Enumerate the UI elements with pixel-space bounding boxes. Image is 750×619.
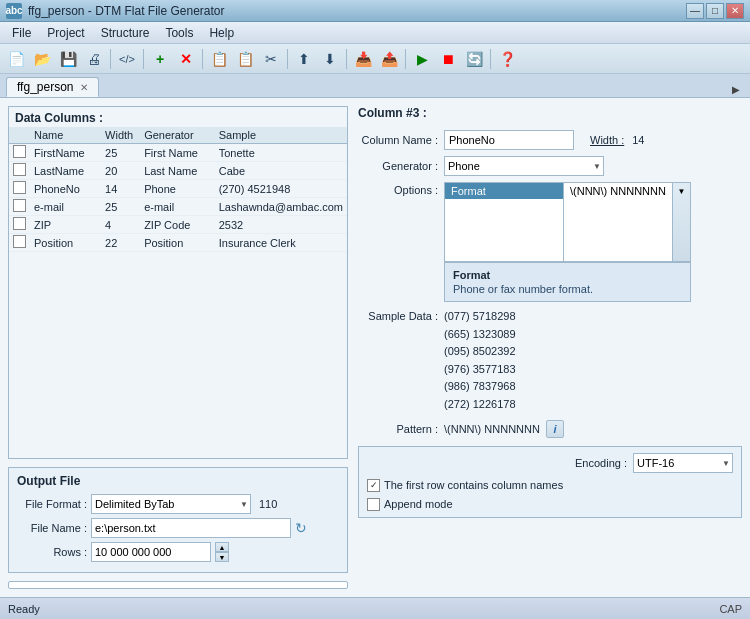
data-columns-section: Data Columns : Name Width Generator Samp…	[8, 106, 348, 459]
refresh-icon[interactable]: ↻	[295, 520, 307, 536]
info-button[interactable]: i	[546, 420, 564, 438]
table-row[interactable]: FirstName 25 First Name Tonette	[9, 144, 347, 162]
rows-spinner: ▲ ▼	[215, 542, 229, 562]
options-dropdown-button[interactable]: ▼	[673, 182, 691, 262]
tab-close-icon[interactable]: ✕	[80, 82, 88, 93]
sep6	[405, 49, 406, 69]
generator-select[interactable]: Phone	[444, 156, 604, 176]
column-name-input[interactable]	[444, 130, 574, 150]
app-icon: abc	[6, 3, 22, 19]
row-checkbox[interactable]	[13, 181, 26, 194]
copy-button[interactable]: 📋	[207, 47, 231, 71]
row-name: PhoneNo	[30, 180, 101, 198]
tab-scroll-right[interactable]: ▶	[728, 82, 744, 97]
data-table: Name Width Generator Sample FirstName 25…	[9, 127, 347, 252]
col-header-generator: Generator	[140, 127, 215, 144]
row-checkbox[interactable]	[13, 217, 26, 230]
sep1	[110, 49, 111, 69]
menu-tools[interactable]: Tools	[157, 24, 201, 42]
row-checkbox[interactable]	[13, 199, 26, 212]
row-checkbox[interactable]	[13, 163, 26, 176]
sep5	[346, 49, 347, 69]
minimize-button[interactable]: —	[686, 3, 704, 19]
cap-label: CAP	[719, 603, 742, 615]
table-row[interactable]: Position 22 Position Insurance Clerk	[9, 234, 347, 252]
row-generator: ZIP Code	[140, 216, 215, 234]
table-row[interactable]: e-mail 25 e-mail Lashawnda@ambac.com	[9, 198, 347, 216]
checkbox1[interactable]	[367, 479, 380, 492]
column-section-title: Column #3 :	[358, 106, 742, 124]
sample-value-item: (077) 5718298	[444, 308, 516, 326]
cut-button[interactable]: ✂	[259, 47, 283, 71]
sample-value-item: (095) 8502392	[444, 343, 516, 361]
col-header-width: Width	[101, 127, 140, 144]
col-header-name: Name	[30, 127, 101, 144]
new-button[interactable]: 📄	[4, 47, 28, 71]
options-item-format[interactable]: Format	[445, 183, 563, 199]
import-button[interactable]: 📥	[351, 47, 375, 71]
table-row[interactable]: LastName 20 Last Name Cabe	[9, 162, 347, 180]
file-format-select[interactable]: Delimited ByTab Fixed Width CSV	[91, 494, 251, 514]
row-name: LastName	[30, 162, 101, 180]
row-sample: Cabe	[215, 162, 347, 180]
col-header-sample: Sample	[215, 127, 347, 144]
stop-button[interactable]: ⏹	[436, 47, 460, 71]
row-checkbox-cell	[9, 234, 30, 252]
row-width: 25	[101, 144, 140, 162]
remove-button[interactable]: ✕	[174, 47, 198, 71]
encoding-select[interactable]: UTF-16 UTF-8 ASCII	[633, 453, 733, 473]
sample-data-row: Sample Data : (077) 5718298(665) 1323089…	[358, 308, 742, 414]
menu-bar: File Project Structure Tools Help	[0, 22, 750, 44]
table-row[interactable]: ZIP 4 ZIP Code 2532	[9, 216, 347, 234]
row-checkbox[interactable]	[13, 235, 26, 248]
column-name-label: Column Name :	[358, 134, 438, 146]
menu-help[interactable]: Help	[201, 24, 242, 42]
menu-structure[interactable]: Structure	[93, 24, 158, 42]
down-button[interactable]: ⬇	[318, 47, 342, 71]
tooltip-title: Format	[453, 269, 682, 281]
rows-row: Rows : ▲ ▼	[17, 542, 339, 562]
output-file-section: Output File File Format : Delimited ByTa…	[8, 467, 348, 573]
export-button[interactable]: 📤	[377, 47, 401, 71]
row-sample: Lashawnda@ambac.com	[215, 198, 347, 216]
checkbox2[interactable]	[367, 498, 380, 511]
output-file-title: Output File	[17, 474, 339, 488]
maximize-button[interactable]: □	[706, 3, 724, 19]
paste-button[interactable]: 📋	[233, 47, 257, 71]
generator-select-wrapper: Phone	[444, 156, 604, 176]
rows-spin-up[interactable]: ▲	[215, 542, 229, 552]
code-button[interactable]: </>	[115, 47, 139, 71]
generator-row: Generator : Phone	[358, 156, 742, 176]
col-header-check	[9, 127, 30, 144]
title-bar: abc ffg_person - DTM Flat File Generator…	[0, 0, 750, 22]
rows-spin-down[interactable]: ▼	[215, 552, 229, 562]
menu-file[interactable]: File	[4, 24, 39, 42]
row-checkbox-cell	[9, 144, 30, 162]
menu-project[interactable]: Project	[39, 24, 92, 42]
add-button[interactable]: +	[148, 47, 172, 71]
file-name-input[interactable]	[91, 518, 291, 538]
save-button[interactable]: 💾	[56, 47, 80, 71]
row-name: ZIP	[30, 216, 101, 234]
close-button[interactable]: ✕	[726, 3, 744, 19]
row-checkbox-cell	[9, 198, 30, 216]
checkbox1-label: The first row contains column names	[384, 479, 563, 491]
encoding-row: Encoding : UTF-16 UTF-8 ASCII	[367, 453, 733, 473]
run-button[interactable]: ▶	[410, 47, 434, 71]
help-button[interactable]: ❓	[495, 47, 519, 71]
tab-ffg-person[interactable]: ffg_person ✕	[6, 77, 99, 97]
row-checkbox[interactable]	[13, 145, 26, 158]
table-row[interactable]: PhoneNo 14 Phone (270) 4521948	[9, 180, 347, 198]
status-bar: Ready CAP	[0, 597, 750, 619]
rows-input[interactable]	[91, 542, 211, 562]
row-generator: Position	[140, 234, 215, 252]
print-button[interactable]: 🖨	[82, 47, 106, 71]
file-name-label: File Name :	[17, 522, 87, 534]
refresh-button[interactable]: 🔄	[462, 47, 486, 71]
sample-value-item: (665) 1323089	[444, 326, 516, 344]
row-sample: Tonette	[215, 144, 347, 162]
options-list: Format	[444, 182, 564, 262]
up-button[interactable]: ⬆	[292, 47, 316, 71]
open-button[interactable]: 📂	[30, 47, 54, 71]
column-name-row: Column Name : Width : 14	[358, 130, 742, 150]
